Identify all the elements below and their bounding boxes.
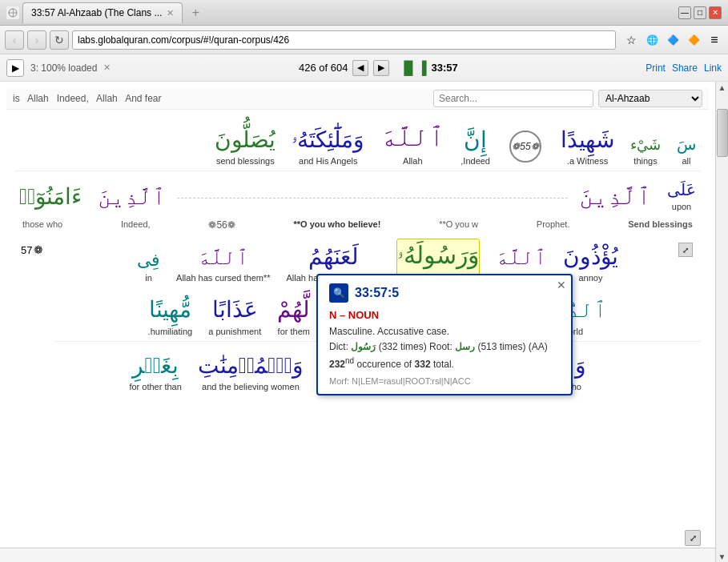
verse-56-translations: those who Indeed, ❁56❁ **O you who belie… xyxy=(14,219,701,231)
audio-wave-icon: ▐▌▐ xyxy=(399,61,426,75)
tab-close-icon[interactable]: ✕ xyxy=(167,8,174,18)
verse-number-55: ❁55❁ xyxy=(506,127,545,166)
word-block[interactable]: شَيْء things xyxy=(630,136,661,166)
tooltip-search-icon: 🔍 xyxy=(329,283,348,303)
word-block[interactable]: فِى in xyxy=(137,249,160,283)
word-block[interactable]: ٱللَّهَ Allah xyxy=(380,119,444,166)
prev-verse-button[interactable]: ◀ xyxy=(352,60,368,76)
tooltip-reference: 33:57:5 xyxy=(355,286,399,300)
verse-56-divider xyxy=(177,198,568,199)
browser-icon xyxy=(6,6,19,19)
minimize-button[interactable]: — xyxy=(678,6,691,19)
word-block[interactable]: شَهِيدًا a Witness. xyxy=(561,126,614,166)
tooltip-body: Masculine. Accusative case. Dict: رَسُول… xyxy=(329,324,560,373)
url-bar[interactable] xyxy=(72,30,616,50)
close-button[interactable]: ✕ xyxy=(709,6,722,19)
title-bar: 33:57 Al-Ahzaab (The Clans ... ✕ + — □ ✕ xyxy=(0,0,728,26)
verse-counter: 426 of 604 xyxy=(299,62,348,74)
quran-area: is Allah Indeed, Allah And fear Al-Ahzaa… xyxy=(0,82,715,562)
tab-strip: 33:57 Al-Ahzaab (The Clans ... ✕ + xyxy=(6,2,205,23)
scroll-down-button[interactable]: ▼ xyxy=(717,551,728,562)
context-labels: is Allah Indeed, Allah And fear xyxy=(13,93,162,104)
tooltip-type: N – NOUN xyxy=(329,309,560,321)
status-bar xyxy=(0,548,715,562)
browser-action-1[interactable]: 🌐 xyxy=(643,31,661,49)
surah-select[interactable]: Al-Ahzaab xyxy=(598,90,702,107)
close-loaded-icon[interactable]: ✕ xyxy=(103,62,111,73)
toolbar-links: Print Share Link xyxy=(646,62,722,74)
word-block[interactable]: مُّهِينًا humiliating. xyxy=(148,295,193,335)
back-button[interactable]: ‹ xyxy=(5,30,24,50)
main-content: is Allah Indeed, Allah And fear Al-Ahzaa… xyxy=(0,82,728,562)
app-toolbar: ▶ 3: 100% loaded ✕ 426 of 604 ◀ ▶ ▐▌▐ 33… xyxy=(0,54,728,82)
word-block[interactable]: عَلَى upon xyxy=(667,179,696,211)
word-block[interactable]: ٱلَّذِينَ xyxy=(579,180,651,211)
verse-56-top-row: ءَامَنُوٓا۟ ٱلَّذِينَ ٱلَّذِينَ عَلَى up… xyxy=(14,175,701,216)
browser-action-3[interactable]: 🔶 xyxy=(685,31,702,49)
word-block[interactable]: إِنَّ Indeed, xyxy=(461,126,490,166)
forward-button[interactable]: › xyxy=(27,30,46,50)
word-block[interactable]: وَمَلَٰٓئِكَتَهُۥ and His Angels xyxy=(292,126,364,166)
word-block[interactable]: يُصَلُّونَ send blessings xyxy=(215,126,276,166)
scrollbar[interactable]: ▲ ▼ xyxy=(715,82,728,562)
word-block[interactable]: عَذَابًا a punishment xyxy=(208,295,261,335)
info-bar: is Allah Indeed, Allah And fear Al-Ahzaa… xyxy=(6,88,709,110)
verse-navigation: 426 of 604 ◀ ▶ ▐▌▐ 33:57 xyxy=(299,60,458,76)
tooltip-header: 🔍 33:57:5 xyxy=(329,283,560,303)
nav-extra-icons: ☆ 🌐 🔷 🔶 ≡ xyxy=(622,31,723,49)
link-link[interactable]: Link xyxy=(704,62,722,74)
word-block[interactable]: ٱللَّهَ **Allah has cursed them xyxy=(176,244,270,283)
verse-55-row: يُصَلُّونَ send blessings وَمَلَٰٓئِكَتَ… xyxy=(14,114,701,171)
verse-57-number: 57 ❁ xyxy=(21,243,43,256)
surah-time: 33:57 xyxy=(431,62,457,74)
window-controls: — □ ✕ xyxy=(678,6,722,19)
refresh-button[interactable]: ↻ xyxy=(50,30,69,50)
maximize-button[interactable]: □ xyxy=(694,6,706,19)
word-block[interactable]: ءَامَنُوٓا۟ xyxy=(19,183,82,211)
info-left: is Allah Indeed, Allah And fear xyxy=(13,93,162,104)
word-block[interactable]: ٱلَّذِينَ xyxy=(98,183,166,211)
word-block[interactable]: سَ all xyxy=(677,134,696,166)
tab-title: 33:57 Al-Ahzaab (The Clans ... xyxy=(31,7,162,18)
share-link[interactable]: Share xyxy=(672,62,698,74)
word-block[interactable]: لَّهُمْ for them xyxy=(277,295,310,335)
corner-expand-button[interactable]: ⤢ xyxy=(685,530,701,546)
scroll-up-button[interactable]: ▲ xyxy=(717,82,728,93)
search-surah-bar: Al-Ahzaab xyxy=(433,90,702,107)
browser-action-2[interactable]: 🔷 xyxy=(664,31,682,49)
tooltip-morphology: Morf: N|LEM=rasul|ROOT:rsl|N|ACC xyxy=(329,376,560,386)
bookmark-star-icon[interactable]: ☆ xyxy=(622,31,640,49)
browser-tab[interactable]: 33:57 Al-Ahzaab (The Clans ... ✕ xyxy=(22,2,183,23)
print-link[interactable]: Print xyxy=(646,62,666,74)
load-status: 3: 100% loaded xyxy=(30,62,97,74)
word-tooltip: ✕ 🔍 33:57:5 N – NOUN Masculine. Accusati… xyxy=(316,274,573,395)
play-button[interactable]: ▶ xyxy=(6,59,24,77)
navigation-bar: ‹ › ↻ ☆ 🌐 🔷 🔶 ≡ xyxy=(0,26,728,54)
next-verse-button[interactable]: ▶ xyxy=(373,60,389,76)
tooltip-close-icon[interactable]: ✕ xyxy=(557,279,566,291)
word-block[interactable]: بِغَيۡرِ for other than xyxy=(129,351,181,391)
word-block[interactable]: وَٱلۡمُؤۡمِنَٰتِ and the believing women xyxy=(198,351,304,391)
scroll-thumb[interactable] xyxy=(717,109,728,157)
search-input[interactable] xyxy=(433,90,593,107)
menu-button[interactable]: ≡ xyxy=(706,31,723,49)
verse-56-number-block: ❁56❁ xyxy=(208,219,235,231)
new-tab-button[interactable]: + xyxy=(186,3,205,22)
